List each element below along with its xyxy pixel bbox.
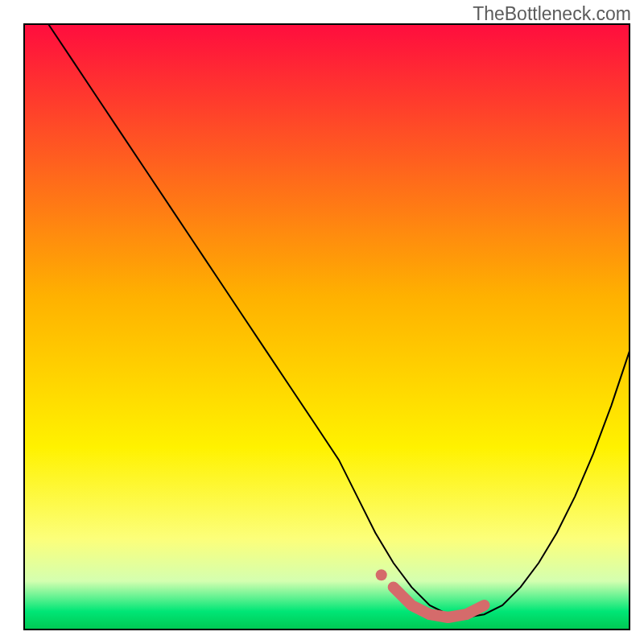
chart-background [24,24,630,630]
chart-svg [0,0,644,644]
chart-container: TheBottleneck.com [0,0,644,644]
watermark-text: TheBottleneck.com [473,3,631,25]
optimal-start-dot [376,569,387,580]
